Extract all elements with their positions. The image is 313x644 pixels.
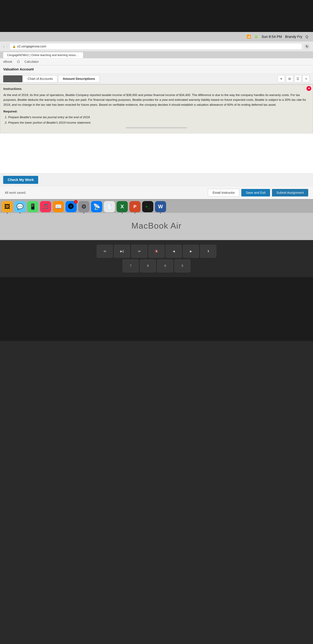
page-title-bar: Valuation Account	[0, 65, 313, 74]
save-exit-button[interactable]: Save and Exit	[241, 189, 270, 196]
dock-books[interactable]: 📖	[53, 201, 64, 212]
browser-content: eBook ☐ Calculator Valuation Account Cha…	[0, 58, 313, 199]
dock-system-prefs[interactable]: ⚙	[78, 201, 90, 212]
key-playpause[interactable]: ▶‖	[114, 245, 130, 258]
appstore-icon: 🅐	[68, 203, 74, 210]
keyboard-row-media: ≪ ▶‖ ≫ 🔇 ◀ ▶ ⬆	[97, 245, 216, 258]
appstore-badge: 1	[74, 200, 78, 204]
music-icon: 🎵	[42, 203, 49, 210]
tab-icon-grid[interactable]: ⊞	[286, 75, 293, 82]
macos-statusbar: 📶 🔋 Sun 8:54 PM Brandy Fry Q	[0, 32, 313, 42]
bottom-action-bar: All work saved. Email Instructor Save an…	[0, 186, 313, 199]
dock-excel[interactable]: X	[116, 201, 128, 212]
photos-icon: 🖼	[4, 203, 10, 210]
tab-icon-dropdown[interactable]: ▾	[278, 75, 285, 82]
instructions-list: Prepare Beattie's income tax journal ent…	[3, 114, 310, 126]
work-area[interactable]	[0, 133, 313, 173]
statusbar-user: Brandy Fry	[285, 35, 302, 39]
dock-music[interactable]: 🎵	[40, 201, 51, 212]
dock-photos[interactable]: 🖼	[2, 201, 13, 212]
check-my-work-button[interactable]: Check My Work	[3, 176, 38, 184]
key-8[interactable]: 8	[140, 260, 156, 272]
word-dot	[160, 212, 161, 214]
reload-button[interactable]: ↻	[304, 44, 310, 49]
excel-icon: X	[120, 204, 124, 210]
books-icon: 📖	[55, 203, 62, 210]
document-icon: 📄	[107, 204, 112, 209]
key-vol-up[interactable]: ▶	[183, 245, 199, 258]
battery-icon: 🔋	[254, 35, 258, 39]
keyboard-area: ≪ ▶‖ ≫ 🔇 ◀ ▶ ⬆ 7 8 9 0	[0, 240, 313, 277]
tab-first[interactable]	[3, 76, 22, 82]
browser-tab-bar: CengageNOWv2 | Online teaching and learn…	[0, 51, 313, 58]
key-7[interactable]: 7	[123, 260, 138, 272]
dock-document[interactable]: 📄	[104, 201, 115, 212]
page-title: Valuation Account	[3, 67, 310, 72]
forward-icon[interactable]: ›	[6, 44, 8, 49]
tab-icon-list[interactable]: ☰	[294, 75, 302, 82]
gear-icon: ⚙	[81, 203, 86, 210]
terminal-icon: >_	[146, 204, 150, 208]
submit-assignment-button[interactable]: Submit Assignment	[272, 189, 308, 196]
instructions-panel: Instructions ✕ At the end of 2019, its f…	[0, 84, 313, 133]
list-item: Prepare Beattie's income tax journal ent…	[8, 114, 310, 120]
browser-toolbar: ‹ › 🔒 v2.cengagenow.com ↻	[0, 42, 313, 51]
lock-icon: 🔒	[12, 45, 16, 48]
tab-chart-of-accounts[interactable]: Chart of Accounts	[23, 75, 58, 82]
macos-dock: 🖼 💬 📱 🎵 📖 🅐 1 ⚙ 📡 📄 X P >_ W	[0, 199, 313, 213]
browser-tab[interactable]: CengageNOWv2 | Online teaching and learn…	[3, 52, 83, 58]
messages-dot	[20, 212, 20, 214]
key-rewind[interactable]: ≪	[97, 245, 113, 258]
key-vol-down[interactable]: ◀	[166, 245, 182, 258]
url-text: v2.cengagenow.com	[17, 44, 46, 48]
photos-dot	[7, 212, 8, 214]
instructions-header: Instructions	[3, 87, 310, 91]
laptop-top-bezel	[0, 0, 313, 32]
tab-icons: ▾ ⊞ ☰ ≡	[278, 75, 310, 82]
wifi-icon: 📶	[246, 35, 251, 39]
statusbar-time: Sun 8:54 PM	[262, 35, 282, 39]
ebook-link[interactable]: eBook	[3, 60, 12, 64]
airplay-icon: 📡	[93, 203, 100, 210]
instructions-body: At the end of 2019, its first year of op…	[3, 93, 310, 107]
check-work-bar: Check My Work	[0, 173, 313, 186]
word-icon: W	[158, 204, 163, 210]
instructions-required-label: Required:	[3, 110, 310, 113]
back-icon[interactable]: ‹	[3, 44, 4, 49]
browser-chrome: ‹ › 🔒 v2.cengagenow.com ↻ CengageNOWv2 |…	[0, 42, 313, 58]
facetime-icon: 📱	[29, 203, 36, 210]
save-status: All work saved.	[5, 191, 26, 194]
key-mute[interactable]: 🔇	[148, 245, 164, 258]
ppt-dot	[134, 212, 136, 214]
app-toolbar: eBook ☐ Calculator	[0, 58, 313, 65]
key-brightness-up[interactable]: ⬆	[200, 245, 216, 258]
dock-terminal[interactable]: >_	[142, 201, 153, 212]
dock-airplay[interactable]: 📡	[91, 201, 102, 212]
list-item: Prepare the lower portion of Beattie's 2…	[8, 120, 310, 126]
checkbox-icon[interactable]: ☐	[17, 60, 20, 64]
key-0[interactable]: 0	[174, 260, 190, 272]
powerpoint-icon: P	[134, 204, 136, 209]
calculator-link[interactable]: Calculator	[24, 60, 39, 64]
keyboard-row-numbers: 7 8 9 0	[123, 260, 190, 272]
tab-amount-descriptions[interactable]: Amount Descriptions	[58, 75, 100, 82]
dock-appstore[interactable]: 🅐 1	[66, 201, 77, 212]
dock-powerpoint[interactable]: P	[129, 201, 140, 212]
macbook-label: MacBook Air	[0, 221, 313, 230]
messages-icon: 💬	[16, 203, 24, 210]
dock-messages[interactable]: 💬	[14, 201, 26, 212]
dock-facetime[interactable]: 📱	[27, 201, 38, 212]
laptop-bottom-bezel	[0, 277, 313, 341]
system-dot	[83, 212, 84, 214]
email-instructor-button[interactable]: Email Instructor	[208, 189, 240, 196]
excel-dot	[122, 212, 123, 214]
key-fastforward[interactable]: ≫	[131, 245, 147, 258]
statusbar-menu-icon[interactable]: Q	[306, 35, 308, 39]
close-button[interactable]: ✕	[306, 86, 311, 91]
below-screen-area: MacBook Air	[0, 213, 313, 240]
tab-navigation: Chart of Accounts Amount Descriptions ▾ …	[0, 74, 313, 84]
dock-word[interactable]: W	[155, 201, 166, 212]
key-9[interactable]: 9	[157, 260, 173, 272]
tab-icon-menu[interactable]: ≡	[302, 75, 310, 82]
address-bar[interactable]: 🔒 v2.cengagenow.com	[10, 43, 302, 50]
